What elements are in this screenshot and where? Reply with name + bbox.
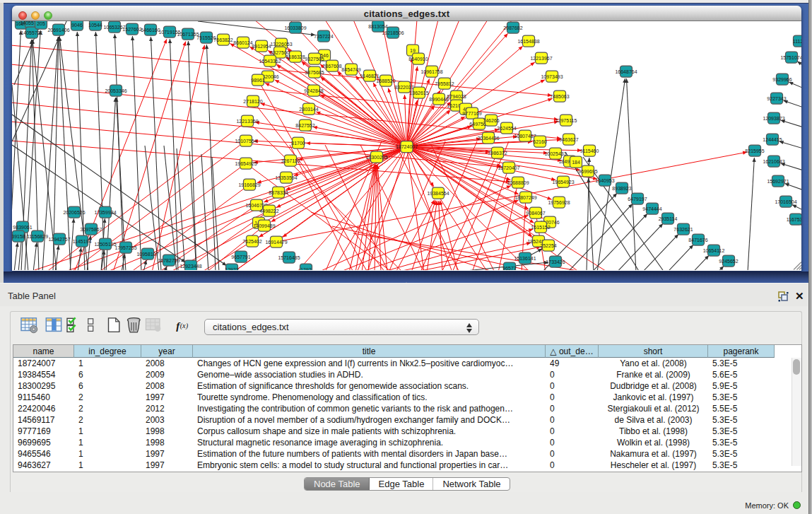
svg-text:16543362: 16543362	[259, 59, 281, 64]
svg-text:14055721: 14055721	[20, 30, 42, 35]
svg-text:12093873: 12093873	[763, 116, 784, 121]
svg-text:8813054: 8813054	[368, 24, 387, 29]
svg-text:12942757: 12942757	[48, 237, 70, 242]
svg-text:9329966: 9329966	[772, 77, 792, 82]
svg-text:8640910: 8640910	[408, 57, 428, 62]
svg-text:4498222: 4498222	[259, 209, 278, 214]
svg-text:9463627: 9463627	[559, 137, 578, 142]
svg-text:1145194: 1145194	[73, 239, 92, 244]
svg-text:20364436: 20364436	[477, 136, 499, 141]
svg-text:8471676: 8471676	[688, 238, 707, 243]
svg-text:20053346: 20053346	[105, 88, 126, 93]
svg-text:2718120: 2718120	[243, 99, 262, 104]
svg-text:12975115: 12975115	[555, 118, 577, 123]
svg-text:18724007: 18724007	[396, 144, 418, 149]
svg-text:11156829: 11156829	[27, 234, 48, 239]
svg-text:16154838: 16154838	[517, 39, 539, 44]
svg-text:9227343: 9227343	[767, 96, 786, 101]
svg-text:1362615: 1362615	[409, 90, 428, 95]
svg-text:252254: 252254	[540, 243, 556, 248]
svg-text:19166829: 19166829	[238, 182, 260, 187]
svg-text:9777169: 9777169	[462, 111, 481, 116]
svg-text:2867608: 2867608	[322, 64, 341, 69]
svg-text:10654112: 10654112	[703, 248, 725, 253]
svg-text:13353594: 13353594	[275, 175, 297, 180]
svg-text:8990448: 8990448	[429, 97, 448, 102]
svg-text:15751074: 15751074	[780, 55, 801, 60]
svg-text:12923448: 12923448	[180, 264, 201, 269]
svg-text:16210643: 16210643	[763, 159, 784, 164]
svg-text:9245652: 9245652	[719, 259, 738, 264]
svg-text:9474444: 9474444	[642, 206, 661, 211]
svg-text:1292: 1292	[300, 267, 312, 271]
svg-text:13226053: 13226053	[270, 42, 292, 47]
svg-text:3267110: 3267110	[281, 158, 300, 163]
svg-text:6466160: 6466160	[141, 28, 160, 33]
svg-text:7632621: 7632621	[673, 227, 693, 232]
svg-text:7955812: 7955812	[435, 81, 454, 86]
svg-text:6479197: 6479197	[628, 197, 647, 201]
svg-text:16782759: 16782759	[158, 258, 180, 263]
svg-text:10958107: 10958107	[136, 252, 158, 257]
svg-text:10025433: 10025433	[544, 151, 566, 156]
svg-text:2935114: 2935114	[659, 216, 678, 221]
svg-text:16914479: 16914479	[265, 240, 287, 245]
svg-text:19218506: 19218506	[382, 30, 404, 35]
svg-text:8912954: 8912954	[252, 44, 271, 49]
svg-text:98961: 98961	[251, 78, 265, 83]
svg-text:1733426: 1733426	[546, 259, 565, 264]
svg-text:19756928: 19756928	[548, 200, 570, 205]
svg-text:10688809: 10688809	[507, 180, 529, 185]
svg-text:9242848: 9242848	[304, 88, 323, 93]
svg-text:8322037: 8322037	[394, 85, 413, 90]
svg-text:8186328: 8186328	[286, 54, 305, 59]
svg-text:7663822: 7663822	[213, 37, 233, 42]
svg-text:15136141: 15136141	[514, 256, 536, 261]
svg-text:30975867: 30975867	[80, 227, 102, 232]
svg-text:10671355: 10671355	[177, 32, 199, 37]
svg-text:205: 205	[37, 21, 45, 26]
svg-text:8660124: 8660124	[233, 40, 252, 45]
svg-text:9084067: 9084067	[526, 211, 545, 216]
svg-text:1640953: 1640953	[595, 178, 614, 183]
svg-text:18807249: 18807249	[514, 195, 536, 200]
svg-text:16033809: 16033809	[284, 25, 306, 30]
svg-text:19654923: 19654923	[552, 180, 574, 185]
svg-text:7515526: 7515526	[196, 35, 216, 40]
svg-text:7986372: 7986372	[488, 151, 507, 156]
svg-text:62160: 62160	[533, 139, 547, 144]
svg-text:12213369: 12213369	[236, 119, 258, 124]
svg-text:20691406: 20691406	[47, 28, 69, 33]
svg-text:12213967: 12213967	[530, 56, 552, 61]
svg-text:3624554: 3624554	[497, 126, 516, 131]
svg-text:746266: 746266	[483, 118, 499, 123]
svg-text:(x): (x)	[180, 322, 189, 330]
svg-text:9327505: 9327505	[305, 57, 324, 62]
svg-text:6794028: 6794028	[447, 94, 466, 99]
svg-text:17016504: 17016504	[775, 199, 796, 204]
svg-text:7357224: 7357224	[314, 34, 333, 39]
svg-text:15720407: 15720407	[498, 165, 519, 170]
svg-text:9699695: 9699695	[578, 169, 597, 174]
svg-text:9657791: 9657791	[231, 255, 250, 259]
svg-text:1615152: 1615152	[531, 225, 550, 230]
svg-text:20206526: 20206526	[63, 210, 85, 215]
svg-text:9839061: 9839061	[13, 225, 32, 230]
svg-text:8215955: 8215955	[745, 148, 764, 153]
svg-text:10544: 10544	[88, 23, 102, 28]
svg-text:19654925: 19654925	[235, 161, 257, 166]
svg-text:1244415: 1244415	[763, 137, 782, 142]
svg-text:7485063: 7485063	[550, 94, 569, 99]
svg-text:8427552: 8427552	[295, 123, 314, 128]
svg-text:81700: 81700	[291, 141, 305, 146]
svg-text:2087682: 2087682	[503, 25, 522, 30]
svg-text:2803144: 2803144	[299, 107, 318, 112]
svg-text:16648764: 16648764	[615, 69, 637, 74]
svg-text:7625402: 7625402	[242, 239, 261, 244]
svg-text:15716485: 15716485	[278, 255, 300, 260]
svg-text:3875685: 3875685	[305, 70, 324, 75]
svg-text:18300295: 18300295	[365, 155, 387, 160]
svg-text:184: 184	[572, 160, 580, 165]
svg-text:10973493: 10973493	[541, 74, 563, 79]
svg-text:8938923: 8938923	[612, 186, 631, 191]
